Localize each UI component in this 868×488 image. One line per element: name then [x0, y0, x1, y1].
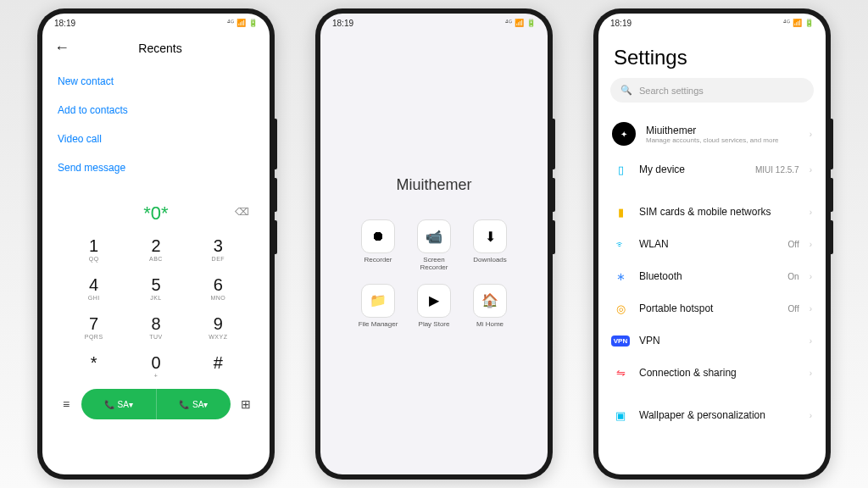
row-label: WLAN — [639, 238, 778, 250]
search-icon: 🔍 — [620, 85, 632, 96]
app-icon: 📁 — [361, 284, 395, 318]
chevron-right-icon: › — [810, 304, 812, 313]
row-value: On — [787, 272, 798, 281]
status-icons: ⁴ᴳ📶🔋 — [505, 19, 536, 27]
settings-row-sim-cards-mobile-networks[interactable]: ▮SIM cards & mobile networks› — [610, 196, 814, 228]
app-play-store[interactable]: ▶Play Store — [410, 284, 458, 329]
row-label: Wallpaper & personalization — [639, 409, 799, 421]
app-icon: ⏺ — [361, 219, 395, 253]
row-icon: ᯤ — [612, 236, 629, 252]
row-icon: ▮ — [612, 203, 629, 220]
row-label: SIM cards & mobile networks — [639, 206, 799, 218]
app-label: Downloads — [473, 257, 507, 264]
row-icon: ◎ — [612, 300, 629, 317]
link-video-call[interactable]: Video call — [58, 125, 254, 153]
settings-row-bluetooth[interactable]: ∗BluetoothOn› — [610, 260, 814, 292]
phone-mockup-dialer: 18:19 ⁴ᴳ📶🔋 ← Recents New contact Add to … — [37, 8, 275, 480]
status-icons: ⁴ᴳ📶🔋 — [783, 19, 814, 27]
app-label: File Manager — [359, 321, 398, 329]
key-8[interactable]: 8TUV — [125, 308, 186, 347]
account-row[interactable]: ✦ Miuithemer Manage accounts, cloud serv… — [610, 114, 814, 153]
chevron-right-icon: › — [810, 272, 812, 281]
page-title: Recents — [63, 42, 258, 55]
search-input[interactable]: 🔍 Search settings — [610, 78, 814, 103]
settings-row-connection-sharing[interactable]: ⇋Connection & sharing› — [610, 357, 814, 389]
menu-icon[interactable]: ≡ — [58, 397, 75, 411]
app-icon: 📹 — [417, 219, 451, 253]
search-placeholder: Search settings — [639, 86, 704, 96]
app-label: Mi Home — [476, 321, 504, 329]
key-7[interactable]: 7PQRS — [63, 308, 125, 347]
status-icons: ⁴ᴳ📶🔋 — [227, 19, 258, 27]
link-add-to-contacts[interactable]: Add to contacts — [58, 96, 254, 125]
phone-mockup-settings: 18:19 ⁴ᴳ📶🔋 Settings 🔍 Search settings ✦ … — [593, 8, 831, 480]
app-label: Screen Recorder — [410, 257, 458, 272]
row-label: Portable hotspot — [639, 302, 778, 314]
row-icon: ∗ — [612, 268, 629, 285]
chevron-right-icon: › — [810, 411, 812, 420]
status-time: 18:19 — [332, 19, 353, 28]
row-label: VPN — [639, 335, 799, 347]
settings-row-vpn[interactable]: VPNVPN› — [610, 324, 814, 357]
status-bar: 18:19 ⁴ᴳ📶🔋 — [42, 14, 270, 32]
app-icon: ⬇ — [473, 219, 507, 253]
app-icon: ▶ — [417, 284, 451, 318]
chevron-right-icon: › — [810, 336, 812, 346]
status-bar: 18:19 ⁴ᴳ📶🔋 — [320, 14, 548, 32]
chevron-right-icon: › — [810, 130, 812, 139]
row-label: Bluetooth — [639, 270, 777, 282]
chevron-right-icon: › — [810, 240, 812, 249]
key-6[interactable]: 6MNO — [187, 269, 249, 308]
key-0[interactable]: 0+ — [125, 347, 186, 385]
page-title: Settings — [610, 32, 814, 78]
dialed-number: *0* — [143, 202, 168, 224]
call-sim2[interactable]: 📞SA▾ — [157, 389, 231, 419]
folder-title: Miuithemer — [320, 176, 548, 194]
device-icon: ▯ — [612, 161, 629, 178]
settings-row-wallpaper-personalization[interactable]: ▣Wallpaper & personalization› — [610, 399, 814, 431]
key-9[interactable]: 9WXYZ — [187, 308, 249, 347]
link-new-contact[interactable]: New contact — [58, 67, 254, 96]
my-device-row[interactable]: ▯ My device MIUI 12.5.7 › — [610, 153, 814, 186]
phone-mockup-home: 18:19 ⁴ᴳ📶🔋 Miuithemer ⏺Recorder📹Screen R… — [315, 8, 553, 480]
status-time: 18:19 — [610, 19, 632, 28]
row-icon: VPN — [612, 332, 629, 349]
row-value: Off — [788, 304, 799, 313]
app-label: Recorder — [364, 257, 392, 264]
app-mi-home[interactable]: 🏠Mi Home — [466, 284, 514, 329]
key-5[interactable]: 5JKL — [125, 269, 186, 308]
row-icon: ▣ — [612, 407, 629, 424]
chevron-right-icon: › — [810, 165, 812, 175]
key-*[interactable]: * — [63, 347, 125, 385]
account-sub: Manage accounts, cloud services, and mor… — [646, 136, 799, 144]
row-label: Connection & sharing — [639, 367, 799, 379]
app-file-manager[interactable]: 📁File Manager — [354, 284, 402, 329]
settings-row-wlan[interactable]: ᯤWLANOff› — [610, 228, 814, 260]
row-icon: ⇋ — [612, 364, 629, 381]
key-1[interactable]: 1QQ — [63, 230, 125, 269]
call-sim1[interactable]: 📞SA▾ — [81, 389, 157, 419]
app-label: Play Store — [419, 321, 450, 329]
row-value: Off — [788, 240, 799, 249]
key-#[interactable]: # — [187, 347, 249, 385]
key-3[interactable]: 3DEF — [187, 230, 249, 269]
call-button[interactable]: 📞SA▾ 📞SA▾ — [81, 389, 231, 419]
status-bar: 18:19 ⁴ᴳ📶🔋 — [598, 14, 826, 32]
settings-row-portable-hotspot[interactable]: ◎Portable hotspotOff› — [610, 292, 814, 324]
avatar: ✦ — [612, 122, 636, 146]
key-2[interactable]: 2ABC — [125, 230, 186, 269]
backspace-icon[interactable]: ⌫ — [235, 206, 249, 218]
chevron-right-icon: › — [810, 208, 812, 217]
account-name: Miuithemer — [646, 125, 799, 136]
keypad: 1QQ2ABC3DEF4GHI5JKL6MNO7PQRS8TUV9WXYZ*0+… — [42, 230, 270, 385]
app-icon: 🏠 — [473, 284, 507, 318]
app-grid: ⏺Recorder📹Screen Recorder⬇Downloads📁File… — [320, 219, 548, 328]
app-downloads[interactable]: ⬇Downloads — [466, 219, 514, 272]
key-4[interactable]: 4GHI — [63, 269, 125, 308]
dialpad-toggle-icon[interactable]: ⊞ — [237, 397, 254, 411]
link-send-message[interactable]: Send message — [58, 153, 254, 182]
app-recorder[interactable]: ⏺Recorder — [354, 219, 402, 272]
dial-display: *0* ⌫ — [42, 194, 270, 230]
chevron-right-icon: › — [810, 369, 812, 378]
app-screen-recorder[interactable]: 📹Screen Recorder — [410, 219, 458, 272]
